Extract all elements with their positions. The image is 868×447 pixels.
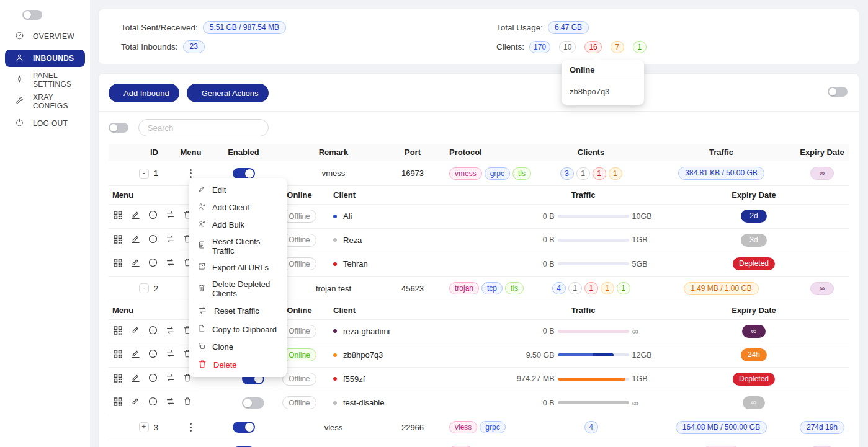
info-icon[interactable] — [148, 234, 158, 247]
menu-item-label: Reset Clients Traffic — [212, 237, 279, 255]
info-icon[interactable] — [148, 325, 158, 338]
client-traffic: 0 B5GB — [509, 260, 658, 268]
client-count-pill[interactable]: 4 — [552, 282, 566, 294]
sub-header-expiry: Expiry Date — [658, 190, 850, 200]
client-count-pill[interactable]: 1 — [617, 282, 630, 294]
add-inbound-button[interactable]: Add Inbound — [109, 84, 179, 102]
row-menu-button[interactable] — [187, 420, 194, 434]
qr-icon[interactable] — [112, 257, 123, 270]
client-count-pill[interactable]: 1 — [609, 167, 622, 180]
inbound-row: 4httptest11503http0 B / ∞∞ — [109, 440, 849, 447]
theme-toggle[interactable] — [22, 10, 42, 20]
inbound-remark: vmess — [276, 169, 391, 178]
inbound-id: -2 — [109, 283, 171, 293]
client-count-pill-gray[interactable]: 10 — [559, 41, 576, 53]
client-count-pill-blue[interactable]: 170 — [529, 41, 550, 53]
menu-item-reset-clients-traffic[interactable]: Reset Clients Traffic — [189, 233, 287, 259]
edit-underline-icon[interactable] — [130, 257, 141, 270]
edit-underline-icon[interactable] — [130, 396, 141, 409]
theme-row — [0, 0, 90, 24]
client-count-pill-red[interactable]: 16 — [584, 41, 601, 53]
client-count-pill-green[interactable]: 1 — [633, 41, 647, 53]
edit-underline-icon[interactable] — [130, 373, 141, 386]
menu-item-label: Edit — [212, 185, 226, 195]
auto-refresh-toggle[interactable] — [828, 87, 848, 97]
info-icon[interactable] — [148, 396, 158, 409]
header-protocol: Protocol — [434, 148, 534, 157]
inbound-id-value: 2 — [154, 284, 158, 293]
sub-header-traffic: Traffic — [509, 306, 658, 315]
swap-icon[interactable] — [165, 257, 176, 270]
search-input[interactable] — [138, 119, 269, 136]
expand-toggle[interactable]: - — [139, 283, 149, 293]
menu-item-edit[interactable]: Edit — [189, 181, 287, 198]
sidebar-item-label: XRAY CONFIGS — [33, 93, 85, 110]
sub-header-client: Client — [320, 306, 509, 315]
client-count-pill[interactable]: 1 — [593, 167, 606, 180]
client-count-pill[interactable]: 4 — [584, 421, 598, 433]
sidebar-item-inbounds[interactable]: INBOUNDS — [5, 50, 85, 67]
swap-icon[interactable] — [165, 373, 176, 386]
edit-underline-icon[interactable] — [130, 348, 141, 361]
filter-toggle[interactable] — [109, 123, 128, 133]
inbound-protocols: vmessgrpctls — [434, 167, 534, 180]
swap-icon[interactable] — [165, 234, 176, 247]
header-port: Port — [391, 148, 434, 157]
menu-item-copy-to-clipboard[interactable]: Copy to Clipboard — [189, 321, 287, 338]
online-popover: Online zb8hpo7q3 — [562, 60, 644, 105]
user-add-icon — [197, 202, 206, 213]
inbound-client-counts: 3111 — [534, 167, 648, 180]
swap-icon[interactable] — [165, 210, 176, 223]
client-count-pill[interactable]: 3 — [560, 167, 574, 180]
info-icon[interactable] — [148, 373, 158, 386]
qr-icon[interactable] — [112, 234, 123, 247]
trash-icon[interactable] — [182, 396, 192, 409]
edit-underline-icon[interactable] — [130, 234, 141, 247]
sidebar-item-overview[interactable]: OVERVIEW — [5, 28, 85, 45]
qr-icon[interactable] — [112, 325, 123, 338]
menu-item-add-bulk[interactable]: Add Bulk — [189, 216, 287, 233]
expand-toggle[interactable]: - — [139, 169, 149, 179]
swap-icon[interactable] — [165, 396, 176, 409]
qr-icon[interactable] — [112, 373, 123, 386]
menu-item-delete-depleted-clients[interactable]: Delete Depleted Clients — [189, 276, 287, 301]
info-icon[interactable] — [148, 210, 158, 223]
client-enabled-toggle[interactable] — [242, 397, 264, 409]
general-actions-button[interactable]: General Actions — [187, 84, 269, 102]
info-icon[interactable] — [148, 257, 158, 270]
table-header-row: IDMenuEnabledRemarkPortProtocolClientsTr… — [109, 144, 849, 161]
client-row: Offlinetest-disable0 B∞∞ — [109, 391, 849, 415]
qr-icon[interactable] — [112, 396, 123, 409]
menu-item-label: Add Bulk — [212, 220, 244, 229]
qr-icon[interactable] — [112, 210, 123, 223]
client-count-pill[interactable]: 1 — [584, 282, 598, 294]
sidebar-item-label: OVERVIEW — [33, 32, 74, 41]
edit-underline-icon[interactable] — [130, 325, 141, 338]
info-icon[interactable] — [148, 348, 158, 361]
menu-item-export-all-urls[interactable]: Export All URLs — [189, 259, 287, 276]
qr-icon[interactable] — [112, 348, 123, 361]
swap-icon[interactable] — [165, 325, 176, 338]
client-count-pill-orange[interactable]: 7 — [611, 41, 624, 53]
inbound-enabled-toggle[interactable] — [233, 422, 255, 433]
edit-underline-icon[interactable] — [130, 210, 141, 223]
inbound-port: 22966 — [391, 423, 434, 432]
inbound-enabled-toggle[interactable] — [233, 168, 255, 179]
menu-item-add-client[interactable]: Add Client — [189, 198, 287, 216]
sidebar-item-xray-configs[interactable]: XRAY CONFIGS — [5, 93, 85, 110]
menu-item-delete[interactable]: Delete — [189, 355, 287, 374]
menu-item-clone[interactable]: Clone — [189, 338, 287, 355]
client-color-dot — [333, 238, 337, 242]
client-count-pill[interactable]: 1 — [576, 167, 590, 180]
swap-icon[interactable] — [165, 348, 176, 361]
client-count-pill[interactable]: 1 — [601, 282, 614, 294]
expand-toggle[interactable]: + — [139, 422, 149, 432]
menu-item-label: Export All URLs — [212, 263, 269, 272]
add-inbound-label: Add Inbound — [123, 89, 169, 98]
menu-item-reset-traffic[interactable]: Reset Traffic — [189, 301, 287, 321]
sidebar-item-log-out[interactable]: LOG OUT — [5, 115, 85, 132]
client-count-pill[interactable]: 1 — [568, 282, 582, 294]
sidebar-item-panel-settings[interactable]: PANEL SETTINGS — [5, 71, 85, 89]
client-name: test-disable — [320, 398, 509, 407]
stat-line: Total Inbounds:23 — [121, 37, 496, 56]
